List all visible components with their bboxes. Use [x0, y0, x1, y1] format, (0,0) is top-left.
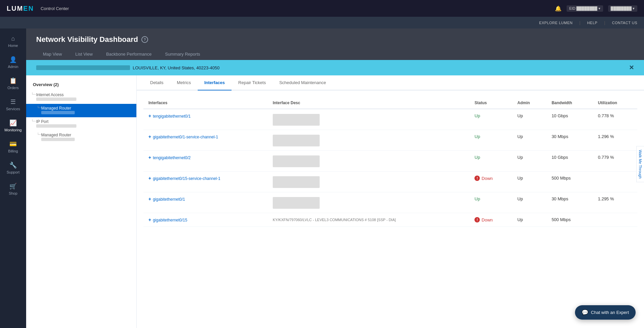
col-status: Status — [469, 97, 512, 109]
internet-access-label: Internet Access — [36, 92, 64, 97]
interface-desc-blurred — [273, 114, 320, 126]
sidebar-admin-label: Admin — [8, 65, 18, 69]
interface-status-cell: !Down — [469, 172, 512, 192]
tab-metrics[interactable]: Metrics — [170, 75, 198, 90]
managed-router-1-label: Managed Router — [41, 106, 71, 111]
interface-name[interactable]: gigabitethernet0/15-service-channel-1 — [153, 176, 220, 181]
sidebar-item-home[interactable]: ⌂ Home — [0, 32, 26, 51]
eid-dropdown[interactable]: EID ████████ ▾ — [567, 5, 603, 12]
tab-summary-reports[interactable]: Summary Reports — [158, 49, 207, 60]
help-icon[interactable]: ? — [141, 36, 148, 43]
interface-bandwidth-cell: 500 Mbps — [546, 172, 593, 192]
expand-icon[interactable]: + — [148, 176, 151, 181]
tab-backbone-performance[interactable]: Backbone Performance — [100, 49, 158, 60]
tab-repair-tickets[interactable]: Repair Tickets — [232, 75, 272, 90]
tab-scheduled-maintenance[interactable]: Scheduled Maintenance — [272, 75, 333, 90]
bandwidth-value: 30 Mbps — [552, 134, 568, 139]
sidebar-item-services[interactable]: ☰ Services — [0, 95, 26, 114]
sidebar-billing-label: Billing — [8, 149, 18, 153]
interface-admin-cell: Up — [512, 172, 546, 192]
tree-sub-item-managed-router-1[interactable]: Managed Router — [26, 104, 136, 117]
sidebar-item-monitoring[interactable]: 📈 Monitoring — [0, 116, 26, 135]
interface-desc-cell — [268, 130, 469, 151]
bandwidth-value: 500 Mbps — [552, 176, 571, 181]
dashboard-header: Network Visibility Dashboard ? Map View … — [26, 28, 644, 60]
contact-us-link[interactable]: CONTACT US — [612, 21, 638, 25]
tab-interfaces[interactable]: Interfaces — [198, 75, 232, 90]
interface-status-cell: !Down — [469, 213, 512, 227]
interface-name[interactable]: tengigabitethernet0/1 — [153, 114, 191, 119]
interface-desc-blurred — [273, 155, 320, 167]
tree-item-ip-port[interactable]: IP Port — [26, 117, 136, 131]
interface-desc-text: KY/KXFN/797060/LVLC - LEVEL3 COMMUNICATI… — [273, 218, 396, 222]
walk-me-through-button[interactable]: Walk Me Through — [636, 146, 644, 182]
interface-desc-cell: KY/KXFN/797060/LVLC - LEVEL3 COMMUNICATI… — [268, 213, 469, 227]
sidebar: ⌂ Home 👤 Admin 📋 Orders ☰ Services 📈 Mon… — [0, 28, 26, 328]
status-up: Up — [474, 155, 480, 160]
address-text: LOUISVILLE, KY, United States, 40223-405… — [36, 65, 219, 70]
banner-close-button[interactable]: ✕ — [629, 64, 634, 71]
managed-router-2-sub-blurred — [41, 138, 75, 141]
status-up: Up — [474, 113, 480, 118]
interface-name[interactable]: tengigabitethernet0/2 — [153, 155, 191, 160]
interface-name[interactable]: gigabitethernet0/1-service-channel-1 — [153, 135, 218, 139]
billing-icon: 💳 — [9, 140, 17, 148]
tab-details[interactable]: Details — [143, 75, 170, 90]
col-admin: Admin — [512, 97, 546, 109]
interface-name-cell: +gigabitethernet0/15 — [143, 213, 268, 227]
expand-icon[interactable]: + — [148, 217, 151, 222]
interface-name-cell: +gigabitethernet0/1 — [143, 192, 268, 213]
orders-icon: 📋 — [9, 77, 17, 84]
address-location: LOUISVILLE, KY, United States, 40223-405… — [133, 65, 219, 70]
table-row: +gigabitethernet0/15-service-channel-1 !… — [143, 172, 637, 192]
address-banner: LOUISVILLE, KY, United States, 40223-405… — [26, 60, 644, 75]
detail-panel: Details Metrics Interfaces Repair Ticket… — [137, 75, 644, 328]
expand-icon[interactable]: + — [148, 113, 151, 119]
sidebar-item-shop[interactable]: 🛒 Shop — [0, 179, 26, 199]
interface-desc-cell — [268, 172, 469, 192]
interface-name-cell: +tengigabitethernet0/1 — [143, 109, 268, 130]
sidebar-item-billing[interactable]: 💳 Billing — [0, 137, 26, 156]
admin-value: Up — [517, 113, 523, 118]
interface-desc-blurred — [273, 197, 320, 209]
tree-item-internet-access[interactable]: Internet Access — [26, 90, 136, 104]
col-utilization: Utilization — [593, 97, 637, 109]
interface-admin-cell: Up — [512, 192, 546, 213]
notification-bell-icon[interactable]: 🔔 — [555, 5, 562, 12]
interface-name[interactable]: gigabitethernet0/15 — [153, 218, 187, 222]
expand-icon[interactable]: + — [148, 155, 151, 160]
status-up: Up — [474, 196, 480, 201]
managed-router-2-label: Managed Router — [41, 133, 71, 137]
sidebar-services-label: Services — [6, 107, 20, 111]
expand-icon[interactable]: + — [148, 196, 151, 202]
status-down-icon: ! — [474, 217, 480, 222]
status-up: Up — [474, 134, 480, 139]
sidebar-home-label: Home — [8, 44, 18, 48]
explore-lumen-link[interactable]: EXPLORE LUMEN — [539, 21, 573, 25]
sidebar-item-support[interactable]: 🔧 Support — [0, 158, 26, 178]
bandwidth-value: 10 Gbps — [552, 155, 568, 160]
tab-list-view[interactable]: List View — [69, 49, 100, 60]
interface-desc-blurred — [273, 135, 320, 146]
interface-name[interactable]: gigabitethernet0/1 — [153, 197, 185, 202]
table-row: +tengigabitethernet0/1 UpUp10 Gbps0.778 … — [143, 109, 637, 130]
sidebar-item-orders[interactable]: 📋 Orders — [0, 74, 26, 93]
col-bandwidth: Bandwidth — [546, 97, 593, 109]
support-icon: 🔧 — [9, 161, 17, 169]
help-link[interactable]: HELP — [587, 21, 597, 25]
shop-icon: 🛒 — [9, 183, 17, 190]
expand-icon[interactable]: + — [148, 134, 151, 139]
interface-bandwidth-cell: 30 Mbps — [546, 192, 593, 213]
interfaces-table: Interfaces Interface Desc Status Admin B… — [143, 97, 637, 227]
sidebar-item-admin[interactable]: 👤 Admin — [0, 53, 26, 72]
admin-value: Up — [517, 176, 523, 181]
chat-with-expert-button[interactable]: 💬 Chat with an Expert — [575, 305, 636, 320]
interface-utilization-cell: 0.778 % — [593, 109, 637, 130]
tab-map-view[interactable]: Map View — [36, 49, 69, 60]
user-dropdown[interactable]: ████████ ▾ — [608, 5, 637, 12]
table-row: +gigabitethernet0/15KY/KXFN/797060/LVLC … — [143, 213, 637, 227]
status-down-icon: ! — [474, 176, 480, 181]
chat-icon: 💬 — [582, 309, 588, 316]
managed-router-1-sub-blurred — [41, 111, 75, 114]
tree-sub-item-managed-router-2[interactable]: Managed Router — [26, 131, 136, 144]
